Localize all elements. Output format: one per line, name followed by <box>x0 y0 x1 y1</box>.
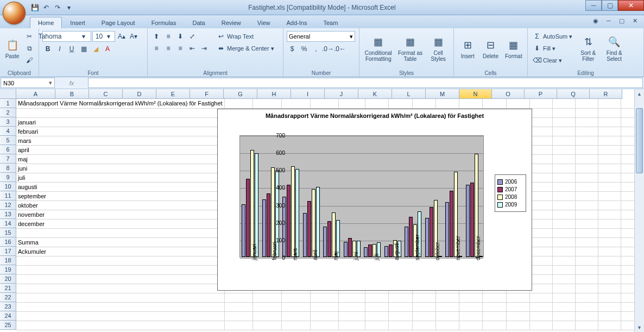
column-header[interactable]: C <box>89 89 123 99</box>
align-left-icon[interactable]: ≡ <box>151 43 162 54</box>
cell[interactable] <box>506 321 529 330</box>
row-header[interactable]: 5 <box>0 136 16 145</box>
cell[interactable] <box>575 274 598 284</box>
row-header[interactable]: 2 <box>0 108 16 117</box>
cell[interactable] <box>530 99 553 108</box>
vertical-scrollbar[interactable]: ▲ ▼ <box>634 89 644 332</box>
column-header[interactable]: H <box>257 89 291 99</box>
fx-icon[interactable]: fx <box>70 80 74 86</box>
cell[interactable] <box>435 302 459 311</box>
cell[interactable] <box>365 302 389 311</box>
row-header[interactable]: 11 <box>0 191 16 201</box>
cell[interactable]: Ackumuler <box>16 247 224 256</box>
row-header[interactable]: 3 <box>0 117 16 127</box>
cell[interactable] <box>598 191 621 201</box>
cell[interactable] <box>530 219 553 228</box>
cell[interactable] <box>575 145 598 154</box>
cell[interactable] <box>552 201 575 210</box>
cell[interactable] <box>530 274 553 284</box>
cell[interactable] <box>598 127 621 136</box>
maximize-button[interactable]: ▢ <box>602 0 618 11</box>
cell[interactable] <box>575 127 598 136</box>
cell[interactable] <box>575 210 598 219</box>
format-button[interactable]: ▦Format <box>503 31 524 67</box>
cell[interactable] <box>310 99 339 108</box>
cell[interactable] <box>435 99 459 108</box>
cell[interactable] <box>552 284 575 293</box>
column-header[interactable]: F <box>190 89 224 99</box>
cell[interactable] <box>530 321 553 330</box>
cell[interactable] <box>16 284 224 293</box>
cell[interactable] <box>575 154 598 164</box>
cell[interactable] <box>459 99 483 108</box>
cell[interactable] <box>389 293 412 302</box>
grow-font-icon[interactable]: A▴ <box>116 31 127 42</box>
cell[interactable]: april <box>16 145 224 154</box>
cell[interactable] <box>310 311 339 321</box>
cell[interactable] <box>365 293 389 302</box>
cell[interactable]: februari <box>16 127 224 136</box>
cell[interactable] <box>459 302 483 311</box>
cell[interactable] <box>598 247 621 256</box>
cell[interactable] <box>552 228 575 237</box>
undo-icon[interactable]: ↶ <box>41 3 51 12</box>
cell[interactable]: Summa <box>16 237 224 247</box>
cell[interactable] <box>575 99 598 108</box>
align-middle-icon[interactable]: ≡ <box>163 31 174 42</box>
cell[interactable] <box>530 237 553 247</box>
cell[interactable] <box>530 191 553 201</box>
cell[interactable] <box>575 284 598 293</box>
cell[interactable] <box>412 99 435 108</box>
row-header[interactable]: 12 <box>0 201 16 210</box>
cell[interactable] <box>281 293 310 302</box>
cell[interactable] <box>530 173 553 182</box>
wrap-text-button[interactable]: ↩Wrap Text <box>215 31 276 42</box>
paste-button[interactable]: 📋 Paste <box>3 31 21 67</box>
cell[interactable] <box>412 293 435 302</box>
cell[interactable] <box>598 311 621 321</box>
cell[interactable] <box>575 247 598 256</box>
cell[interactable] <box>598 293 621 302</box>
row-header[interactable]: 24 <box>0 311 16 321</box>
column-header[interactable]: L <box>392 89 426 99</box>
cell[interactable] <box>339 311 365 321</box>
row-header[interactable]: 15 <box>0 228 16 237</box>
cell[interactable] <box>552 293 575 302</box>
fill-color-button[interactable]: ◢ <box>90 43 101 54</box>
cell[interactable] <box>598 265 621 274</box>
cell[interactable] <box>598 201 621 210</box>
column-header[interactable]: E <box>156 89 190 99</box>
row-header[interactable]: 20 <box>0 274 16 284</box>
cell[interactable] <box>281 99 310 108</box>
cell[interactable] <box>224 311 253 321</box>
column-header[interactable]: G <box>224 89 257 99</box>
cell[interactable] <box>281 311 310 321</box>
cell[interactable] <box>506 302 529 311</box>
cell[interactable] <box>552 191 575 201</box>
cell[interactable] <box>598 99 621 108</box>
tab-page-layout[interactable]: Page Layout <box>93 17 143 28</box>
cell[interactable] <box>575 265 598 274</box>
cell[interactable] <box>598 136 621 145</box>
cell[interactable] <box>552 237 575 247</box>
align-center-icon[interactable]: ≡ <box>163 43 174 54</box>
cell[interactable] <box>435 311 459 321</box>
row-header[interactable]: 16 <box>0 237 16 247</box>
font-size-combo[interactable]: 10▾ <box>92 31 115 42</box>
cell[interactable] <box>575 311 598 321</box>
cell[interactable]: maj <box>16 154 224 164</box>
cell[interactable] <box>575 136 598 145</box>
orientation-icon[interactable]: ⤢ <box>187 31 198 42</box>
ribbon-close-icon[interactable]: ✕ <box>631 17 639 24</box>
cell[interactable] <box>16 256 224 265</box>
cell[interactable] <box>253 293 282 302</box>
cell[interactable] <box>552 210 575 219</box>
row-header[interactable]: 18 <box>0 256 16 265</box>
cell[interactable] <box>412 321 435 330</box>
cell[interactable] <box>552 302 575 311</box>
clear-button[interactable]: ⌫Clear ▾ <box>531 55 574 66</box>
cell[interactable] <box>530 284 553 293</box>
cell[interactable] <box>435 293 459 302</box>
merge-center-button[interactable]: ⬌Merge & Center ▾ <box>215 43 276 54</box>
increase-decimal-icon[interactable]: .0→ <box>323 43 333 54</box>
